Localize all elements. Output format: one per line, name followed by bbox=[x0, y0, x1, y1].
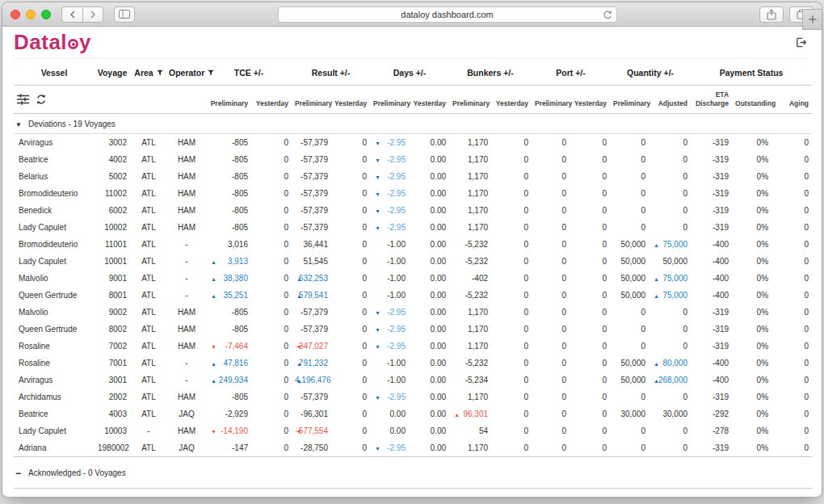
new-tab-button[interactable] bbox=[802, 9, 822, 30]
filter-icon[interactable] bbox=[208, 69, 214, 76]
table-row[interactable]: Lady Capulet10003-HAM▼-14,1900▼-577,5540… bbox=[14, 422, 812, 439]
cell-value: -319 bbox=[691, 168, 732, 185]
back-button[interactable] bbox=[61, 6, 82, 23]
address-bar[interactable]: dataloy dashboard.com bbox=[278, 6, 617, 23]
table-row[interactable]: Bromodideuterio11002ATLHAM-8050-57,3790▼… bbox=[14, 185, 812, 202]
cell-value: 0 bbox=[532, 134, 570, 152]
col-header-days[interactable]: Days +/- bbox=[370, 59, 449, 86]
table-row[interactable]: Lady Capulet10002ATLHAM-8050-57,3790▼-2.… bbox=[14, 219, 812, 236]
sub-header[interactable]: Preliminary bbox=[610, 86, 649, 114]
cell-value: ▼-2.95 bbox=[370, 304, 409, 321]
sub-header[interactable]: ETA Discharge bbox=[691, 86, 732, 114]
share-button[interactable] bbox=[759, 6, 784, 23]
table-row[interactable]: Bromodideuterio11001ATL-3,016036,4410-1.… bbox=[14, 236, 812, 253]
table-row[interactable]: Lady Capulet10001ATL-▲3,913051,5450-1.00… bbox=[14, 253, 812, 270]
sub-header[interactable]: Yesterday bbox=[331, 86, 370, 114]
table-row[interactable]: Queen Gertrude8002ATLHAM-8050-57,3790▼-2… bbox=[14, 321, 812, 338]
value-text: 50,000 bbox=[620, 240, 645, 249]
sub-header[interactable]: Yesterday bbox=[491, 86, 532, 114]
sub-header[interactable]: Aging bbox=[771, 86, 812, 114]
section-header-row[interactable]: Deviations - 19 Voyages bbox=[14, 114, 812, 134]
cell-value: 1,170 bbox=[449, 185, 491, 202]
close-window-button[interactable] bbox=[11, 10, 20, 19]
col-header-vessel[interactable]: Vessel bbox=[14, 59, 95, 86]
table-row[interactable]: Beatrice4003ATLJAQ-2,9290-96,30100.000.0… bbox=[14, 405, 812, 422]
sub-header[interactable]: Yesterday bbox=[251, 86, 292, 114]
sub-header[interactable]: Preliminary bbox=[449, 86, 491, 114]
reload-button[interactable] bbox=[603, 10, 612, 22]
sub-header[interactable]: Preliminary bbox=[370, 86, 409, 114]
voyage-table: Vessel Voyage Area Operator TCE +/- Resu… bbox=[14, 59, 812, 497]
table-row[interactable]: Belarius5002ATLHAM-8050-57,3790▼-2.950.0… bbox=[14, 168, 812, 185]
cell-value: 0% bbox=[732, 304, 771, 321]
col-header-bunkers[interactable]: Bunkers +/- bbox=[449, 59, 532, 86]
col-header-result[interactable]: Result +/- bbox=[292, 59, 370, 86]
value-text: 0 bbox=[284, 359, 288, 368]
cell-value: ▲268,000 bbox=[649, 372, 691, 388]
col-header-voyage[interactable]: Voyage bbox=[95, 59, 130, 86]
col-header-quantity[interactable]: Quantity +/- bbox=[610, 59, 691, 86]
filter-settings-button[interactable] bbox=[17, 94, 29, 105]
collapse-section-icon[interactable] bbox=[15, 121, 28, 128]
table-row[interactable]: Beatrice4002ATLHAM-8050-57,3790▼-2.950.0… bbox=[14, 151, 812, 168]
cell-voyage: 3002 bbox=[95, 134, 130, 152]
table-row[interactable]: Malvolio9002ATLHAM-8050-57,3790▼-2.950.0… bbox=[14, 304, 812, 321]
filter-icon[interactable] bbox=[157, 69, 163, 76]
sub-header[interactable]: Preliminary bbox=[292, 86, 331, 114]
sub-header[interactable]: Yesterday bbox=[570, 86, 610, 114]
table-row[interactable]: Rosaline7001ATL-▲47,8160▲791,2320-1.000.… bbox=[14, 355, 812, 372]
cell-value: 0.00 bbox=[409, 321, 449, 338]
cell-value: 36,441 bbox=[292, 236, 331, 253]
value-text: 791,232 bbox=[299, 359, 328, 368]
cell-value: 0.00 bbox=[409, 168, 449, 185]
table-row[interactable]: Queen Gertrude8001ATL-▲35,2510▲579,5410-… bbox=[14, 287, 812, 304]
cell-value: 0 bbox=[570, 439, 610, 457]
value-text: 1,170 bbox=[468, 138, 488, 147]
sub-header[interactable]: Preliminary bbox=[532, 86, 570, 114]
table-tools bbox=[14, 86, 206, 114]
value-text: 0 bbox=[804, 274, 809, 283]
col-header-tce[interactable]: TCE +/- bbox=[206, 59, 292, 86]
table-row[interactable]: Archidamus2002ATLHAM-8050-57,3790▼-2.950… bbox=[14, 388, 812, 405]
minimize-window-button[interactable] bbox=[26, 10, 36, 19]
value-text: 50,000 bbox=[620, 376, 645, 384]
sidebar-toggle-button[interactable] bbox=[114, 6, 135, 23]
section-header-row[interactable]: No Deviations - 6 Voyages bbox=[14, 489, 812, 497]
forward-button[interactable] bbox=[82, 6, 103, 23]
zoom-window-button[interactable] bbox=[41, 10, 51, 19]
cell-value: ▲75,000 bbox=[649, 270, 691, 287]
cell-value: ▲632,253 bbox=[292, 270, 331, 287]
cell-value: -57,379 bbox=[292, 185, 331, 202]
table-row[interactable]: Rosaline7002ATLHAM▼-7,4640▼-347,0270▼-2.… bbox=[14, 338, 812, 355]
sub-header[interactable]: Adjusted bbox=[649, 86, 691, 114]
section-header-row[interactable]: Acknowledged - 0 Voyages bbox=[14, 457, 812, 489]
col-header-payment-status[interactable]: Payment Status bbox=[691, 59, 812, 86]
cell-value: 0 bbox=[771, 287, 812, 304]
table-row[interactable]: Arviragus3001ATL-▲249,9340▲4,196,4760-1.… bbox=[14, 372, 812, 388]
cell-value: 0% bbox=[732, 219, 771, 236]
table-row[interactable]: Benedick6002ATLHAM-8050-57,3790▼-2.950.0… bbox=[14, 202, 812, 219]
refresh-data-button[interactable] bbox=[36, 94, 47, 105]
value-text: 249,934 bbox=[219, 376, 248, 384]
value-text: -2.95 bbox=[387, 393, 406, 401]
table-row[interactable]: Arviragus3002ATLHAM-8050-57,3790▼-2.950.… bbox=[14, 134, 812, 152]
value-text: 0 bbox=[561, 376, 566, 384]
value-text: 0 bbox=[362, 138, 367, 147]
logout-button[interactable] bbox=[795, 36, 807, 48]
table-row[interactable]: Adriana1980002ATLJAQ-1470-28,7500▼-2.950… bbox=[14, 439, 812, 457]
value-text: 1,170 bbox=[468, 155, 488, 164]
cell-operator: - bbox=[167, 355, 206, 372]
sub-header[interactable]: Outstanding bbox=[732, 86, 771, 114]
cell-value: 0 bbox=[532, 422, 570, 439]
col-header-operator[interactable]: Operator bbox=[167, 59, 206, 86]
col-header-area[interactable]: Area bbox=[130, 59, 167, 86]
empty-section-icon[interactable] bbox=[15, 467, 28, 478]
table-row[interactable]: Malvolio9001ATL-▲38,3800▲632,2530-1.000.… bbox=[14, 270, 812, 287]
sub-header[interactable]: Yesterday bbox=[409, 86, 449, 114]
sub-header[interactable]: Preliminary bbox=[206, 86, 251, 114]
cell-vessel: Adriana bbox=[14, 439, 95, 457]
col-header-port[interactable]: Port +/- bbox=[532, 59, 610, 86]
cell-operator: - bbox=[167, 270, 206, 287]
cell-value: 0 bbox=[649, 422, 691, 439]
down-indicator-icon: ▼ bbox=[375, 157, 380, 162]
